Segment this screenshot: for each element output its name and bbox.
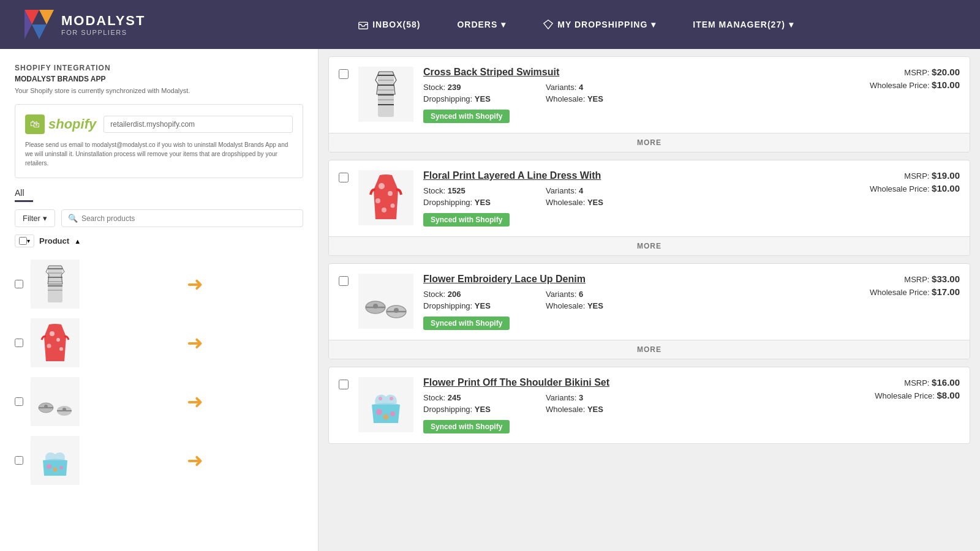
product-2-synced-badge: Synced with Shopify	[423, 213, 510, 227]
product-3-stock: Stock: 206	[423, 290, 546, 299]
product-2-meta: Stock: 1525 Variants: 4 Dropshipping: YE…	[423, 186, 827, 207]
item-3-thumbnail	[31, 377, 80, 426]
main-nav: INBOX(58) ORDERS ▾ MY DROPSHIPPING ▾ ITE…	[196, 19, 956, 30]
svg-point-26	[62, 408, 66, 411]
app-label: MODALYST BRANDS APP	[15, 75, 303, 83]
svg-point-58	[383, 414, 389, 420]
product-1-image	[358, 67, 413, 122]
product-3-dropshipping: Dropshipping: YES	[423, 301, 546, 310]
integration-title: SHOPIFY INTEGRATION	[15, 64, 303, 72]
product-1-more[interactable]: MORE	[329, 133, 970, 152]
item-3-checkbox[interactable]	[15, 397, 23, 406]
shopify-note: Please send us email to modalyst@modalys…	[25, 140, 293, 168]
filter-button[interactable]: Filter ▾	[15, 209, 55, 227]
product-4-name[interactable]: Flower Print Off The Shoulder Bikini Set	[423, 377, 827, 388]
product-card-3-inner: Flower Embroidery Lace Up Denim Stock: 2…	[329, 264, 970, 340]
svg-point-18	[59, 347, 63, 351]
product-3-checkbox[interactable]	[339, 276, 349, 286]
product-2-name[interactable]: Floral Print Layered A Line Dress With	[423, 170, 827, 181]
item-2-thumbnail	[31, 318, 80, 367]
product-2-image	[358, 170, 413, 225]
shopify-integration-box: 🛍 shopify Please send us email to modaly…	[15, 104, 303, 178]
product-4-image	[358, 377, 413, 432]
main-layout: SHOPIFY INTEGRATION MODALYST BRANDS APP …	[0, 49, 980, 551]
inbox-icon	[358, 19, 369, 30]
product-3-name[interactable]: Flower Embroidery Lace Up Denim	[423, 274, 827, 285]
product-1-details: Cross Back Striped Swimsuit Stock: 239 V…	[423, 67, 827, 123]
product-4-price: MSRP: $16.00 Wholesale Price: $8.00	[837, 377, 960, 400]
product-1-stock: Stock: 239	[423, 83, 546, 92]
product-1-dropshipping: Dropshipping: YES	[423, 94, 546, 103]
nav-inbox[interactable]: INBOX(58)	[358, 19, 420, 30]
product-1-checkbox[interactable]	[339, 69, 349, 79]
product-2-wholesale-label: Wholesale: YES	[546, 198, 668, 207]
list-item: ➜	[15, 255, 303, 313]
logo-subtitle: FOR SUPPLIERS	[61, 29, 145, 36]
diamond-icon	[543, 19, 554, 30]
logo-area: MODALYST FOR SUPPLIERS	[24, 10, 196, 39]
product-4-meta: Stock: 245 Variants: 3 Dropshipping: YES…	[423, 393, 827, 414]
svg-point-42	[388, 191, 393, 196]
item-1-arrow: ➜	[87, 272, 303, 296]
product-4-variants: Variants: 3	[546, 393, 668, 402]
item-4-arrow: ➜	[87, 449, 303, 472]
product-2-dropshipping: Dropshipping: YES	[423, 198, 546, 207]
sidebar: SHOPIFY INTEGRATION MODALYST BRANDS APP …	[0, 49, 318, 551]
svg-point-16	[56, 338, 60, 342]
product-1-wholesale-label: Wholesale: YES	[546, 94, 668, 103]
product-3-wholesale-label: Wholesale: YES	[546, 301, 668, 310]
product-3-more[interactable]: MORE	[329, 340, 970, 359]
item-4-checkbox[interactable]	[15, 456, 23, 465]
product-1-wholesale-price: Wholesale Price: $10.00	[837, 80, 960, 90]
svg-point-53	[373, 304, 378, 309]
item-manager-chevron: ▾	[789, 20, 794, 29]
product-card-1-inner: Cross Back Striped Swimsuit Stock: 239 V…	[329, 57, 970, 133]
all-underline	[15, 200, 33, 202]
shopify-url-input[interactable]	[104, 116, 293, 133]
product-2-variants: Variants: 4	[546, 186, 668, 195]
product-2-msrp: MSRP: $19.00	[837, 170, 960, 181]
product-1-msrp: MSRP: $20.00	[837, 67, 960, 77]
product-3-wholesale-price: Wholesale Price: $17.00	[837, 287, 960, 297]
product-4-msrp: MSRP: $16.00	[837, 377, 960, 388]
product-card-2: Floral Print Layered A Line Dress With S…	[328, 160, 970, 256]
product-list-header: ▾ Product ▲	[15, 234, 303, 247]
svg-rect-4	[359, 22, 368, 29]
nav-dropshipping[interactable]: MY DROPSHIPPING ▾	[543, 19, 656, 30]
list-item: ➜	[15, 313, 303, 372]
product-card-1: Cross Back Striped Swimsuit Stock: 239 V…	[328, 56, 970, 152]
filter-label: Filter	[23, 214, 40, 223]
search-input[interactable]	[81, 214, 296, 223]
item-2-checkbox[interactable]	[15, 339, 23, 347]
product-3-synced-badge: Synced with Shopify	[423, 317, 510, 330]
svg-point-56	[376, 409, 382, 415]
product-content: Cross Back Striped Swimsuit Stock: 239 V…	[318, 49, 980, 551]
product-sort-arrow: ▲	[74, 238, 81, 245]
nav-item-manager[interactable]: ITEM MANAGER(27) ▾	[693, 20, 794, 29]
svg-point-44	[391, 204, 395, 208]
svg-point-15	[50, 331, 55, 336]
product-2-checkbox[interactable]	[339, 173, 349, 182]
svg-rect-46	[358, 274, 413, 329]
product-2-more[interactable]: MORE	[329, 236, 970, 255]
item-1-checkbox[interactable]	[15, 280, 23, 288]
product-1-name[interactable]: Cross Back Striped Swimsuit	[423, 67, 827, 78]
sync-desc: Your Shopify store is currently synchron…	[15, 87, 303, 94]
svg-point-54	[394, 308, 399, 313]
product-3-variants: Variants: 6	[546, 290, 668, 299]
select-all-checkbox-btn[interactable]: ▾	[15, 234, 34, 247]
search-icon: 🔍	[68, 214, 78, 223]
nav-orders[interactable]: ORDERS ▾	[457, 20, 506, 29]
svg-point-59	[379, 397, 382, 400]
filter-chevron: ▾	[43, 214, 47, 223]
svg-point-17	[47, 344, 51, 348]
search-wrap[interactable]: 🔍	[61, 209, 303, 227]
product-4-checkbox[interactable]	[339, 380, 349, 389]
list-item: ➜	[15, 431, 303, 490]
svg-marker-5	[544, 20, 552, 29]
select-all-checkbox[interactable]	[19, 237, 27, 245]
list-item: ➜	[15, 372, 303, 431]
orders-chevron: ▾	[501, 20, 506, 29]
product-3-price: MSRP: $33.00 Wholesale Price: $17.00	[837, 274, 960, 297]
product-card-4-inner: Flower Print Off The Shoulder Bikini Set…	[329, 367, 970, 443]
